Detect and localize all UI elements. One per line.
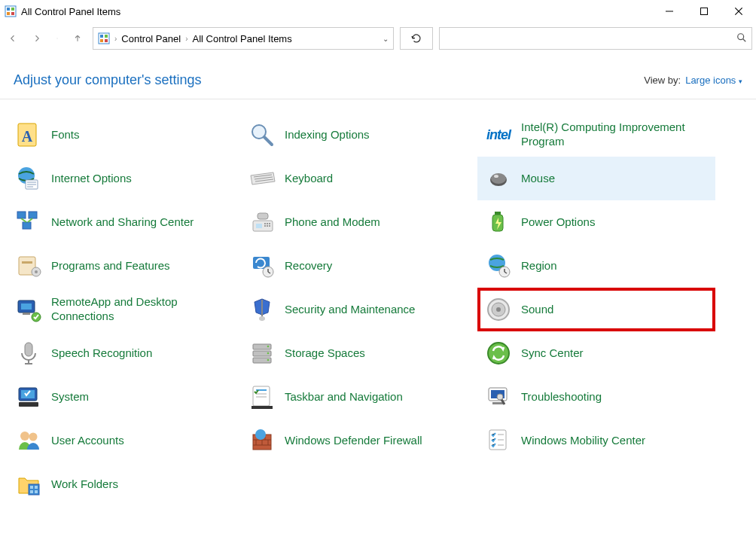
mobility-icon bbox=[483, 425, 514, 456]
item-programs-features[interactable]: Programs and Features bbox=[8, 244, 241, 288]
page-title: Adjust your computer's settings bbox=[14, 72, 202, 88]
item-troubleshooting[interactable]: Troubleshooting bbox=[477, 375, 715, 419]
search-input[interactable] bbox=[444, 32, 736, 45]
breadcrumb-leaf[interactable]: All Control Panel Items bbox=[192, 33, 291, 44]
view-by-dropdown[interactable]: Large icons ▾ bbox=[685, 75, 742, 86]
search-icon bbox=[736, 32, 747, 45]
item-sync-center[interactable]: Sync Center bbox=[477, 331, 715, 375]
item-label: Windows Mobility Center bbox=[514, 434, 645, 448]
svg-point-50 bbox=[35, 270, 38, 273]
sound-icon bbox=[483, 294, 514, 325]
svg-rect-2 bbox=[11, 8, 14, 11]
item-speech-recognition[interactable]: Speech Recognition bbox=[8, 331, 241, 375]
items-grid: A Fonts Indexing Options intel Intel(R) … bbox=[0, 99, 756, 506]
control-panel-icon bbox=[98, 32, 110, 44]
chevron-right-icon[interactable]: › bbox=[185, 35, 187, 43]
item-mobility-center[interactable]: Windows Mobility Center bbox=[477, 419, 715, 462]
users-icon bbox=[14, 425, 44, 456]
chevron-down-icon[interactable]: ⌄ bbox=[383, 35, 389, 43]
item-recovery[interactable]: Recovery bbox=[241, 244, 477, 288]
svg-text:A: A bbox=[22, 128, 33, 145]
svg-rect-6 bbox=[701, 8, 708, 15]
item-security-maintenance[interactable]: Security and Maintenance bbox=[241, 288, 477, 331]
item-label: Sound bbox=[514, 303, 553, 317]
svg-point-29 bbox=[491, 173, 506, 184]
item-fonts[interactable]: A Fonts bbox=[8, 113, 241, 157]
region-icon bbox=[483, 251, 514, 281]
svg-rect-39 bbox=[264, 223, 266, 224]
item-label: Phone and Modem bbox=[277, 215, 380, 230]
svg-rect-46 bbox=[495, 212, 501, 215]
item-network-sharing[interactable]: Network and Sharing Center bbox=[8, 200, 241, 244]
svg-rect-107 bbox=[35, 486, 38, 489]
svg-rect-37 bbox=[258, 213, 268, 219]
svg-point-100 bbox=[255, 429, 266, 440]
refresh-button[interactable] bbox=[400, 27, 433, 50]
svg-point-67 bbox=[496, 307, 501, 312]
item-mouse[interactable]: Mouse bbox=[477, 157, 715, 200]
titlebar: All Control Panel Items bbox=[0, 0, 756, 23]
item-user-accounts[interactable]: User Accounts bbox=[8, 419, 241, 462]
breadcrumb-root[interactable]: Control Panel bbox=[121, 33, 181, 44]
item-sound[interactable]: Sound bbox=[477, 288, 715, 331]
intel-icon: intel bbox=[483, 120, 514, 150]
svg-line-19 bbox=[264, 137, 272, 145]
item-power-options[interactable]: Power Options bbox=[477, 200, 715, 244]
item-remoteapp[interactable]: RemoteApp and Desktop Connections bbox=[8, 288, 241, 331]
recent-locations-button[interactable] bbox=[52, 29, 62, 47]
svg-rect-12 bbox=[100, 39, 103, 42]
svg-rect-68 bbox=[25, 343, 32, 356]
svg-point-89 bbox=[497, 394, 503, 400]
item-work-folders[interactable]: Work Folders bbox=[8, 462, 241, 506]
chevron-right-icon[interactable]: › bbox=[114, 35, 117, 43]
forward-button[interactable] bbox=[28, 29, 46, 47]
item-indexing-options[interactable]: Indexing Options bbox=[241, 113, 477, 157]
item-internet-options[interactable]: Internet Options bbox=[8, 157, 241, 200]
item-label: Work Folders bbox=[44, 477, 118, 492]
indexing-icon bbox=[247, 120, 277, 150]
internet-icon bbox=[14, 163, 44, 194]
item-label: Taskbar and Navigation bbox=[277, 390, 403, 404]
window-controls bbox=[652, 0, 756, 23]
svg-rect-13 bbox=[105, 39, 108, 42]
close-button[interactable] bbox=[721, 0, 756, 23]
item-intel-program[interactable]: intel Intel(R) Computing Improvement Pro… bbox=[477, 113, 715, 157]
address-bar[interactable]: › Control Panel › All Control Panel Item… bbox=[93, 27, 394, 50]
item-storage-spaces[interactable]: Storage Spaces bbox=[241, 331, 477, 375]
up-button[interactable] bbox=[69, 29, 87, 47]
speech-icon bbox=[14, 338, 44, 368]
maximize-button[interactable] bbox=[687, 0, 721, 23]
search-box[interactable] bbox=[439, 27, 752, 50]
svg-rect-40 bbox=[267, 223, 268, 224]
sync-icon bbox=[483, 338, 514, 368]
svg-rect-38 bbox=[256, 224, 262, 228]
troubleshooting-icon bbox=[483, 382, 514, 412]
toolbar: › Control Panel › All Control Panel Item… bbox=[0, 23, 756, 54]
storage-icon bbox=[247, 338, 277, 368]
item-label: RemoteApp and Desktop Connections bbox=[44, 295, 224, 324]
svg-rect-61 bbox=[23, 313, 30, 315]
minimize-button[interactable] bbox=[652, 0, 687, 23]
back-button[interactable] bbox=[4, 29, 22, 47]
work-folders-icon bbox=[14, 469, 44, 499]
firewall-icon bbox=[247, 425, 277, 456]
svg-rect-11 bbox=[105, 35, 108, 38]
remoteapp-icon bbox=[14, 294, 44, 325]
item-label: Security and Maintenance bbox=[277, 303, 415, 317]
svg-point-14 bbox=[738, 33, 744, 39]
item-label: Sync Center bbox=[514, 346, 584, 361]
svg-line-35 bbox=[28, 218, 32, 222]
item-label: Fonts bbox=[44, 128, 80, 142]
svg-rect-44 bbox=[269, 225, 270, 227]
item-region[interactable]: Region bbox=[477, 244, 715, 288]
item-windows-firewall[interactable]: Windows Defender Firewall bbox=[241, 419, 477, 462]
chevron-down-icon: ▾ bbox=[739, 78, 742, 85]
svg-rect-1 bbox=[7, 8, 10, 11]
item-system[interactable]: System bbox=[8, 375, 241, 419]
item-keyboard[interactable]: Keyboard bbox=[241, 157, 477, 200]
item-taskbar-navigation[interactable]: Taskbar and Navigation bbox=[241, 375, 477, 419]
fonts-icon: A bbox=[14, 120, 44, 150]
svg-rect-43 bbox=[267, 225, 268, 227]
item-phone-modem[interactable]: Phone and Modem bbox=[241, 200, 477, 244]
svg-rect-109 bbox=[35, 490, 38, 493]
